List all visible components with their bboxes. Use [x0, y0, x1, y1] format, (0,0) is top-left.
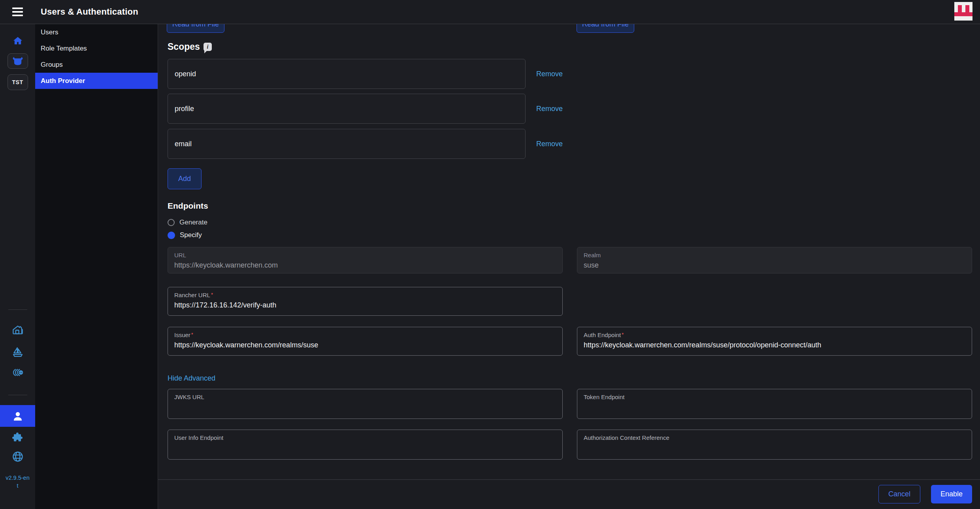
hide-advanced-link[interactable]: Hide Advanced [168, 374, 215, 383]
rancher-app: Users & Authentication TST [0, 0, 980, 509]
hamburger-menu-icon[interactable] [0, 8, 35, 16]
scope-input[interactable]: profile [168, 94, 526, 124]
tooltip-info-icon[interactable]: i [204, 43, 212, 51]
enable-button[interactable]: Enable [931, 485, 972, 503]
rail-divider [8, 395, 27, 395]
radio-icon[interactable] [168, 219, 175, 226]
read-from-file-button[interactable]: Read from File [167, 24, 224, 33]
globe-icon[interactable] [11, 451, 24, 463]
required-asterisk: * [211, 292, 213, 298]
user-info-endpoint-field[interactable]: User Info Endpoint [168, 430, 563, 460]
top-header: Users & Authentication [0, 0, 980, 24]
page-title: Users & Authentication [41, 7, 138, 17]
rancher-url-field[interactable]: Rancher URL* https://172.16.16.142/verif… [168, 287, 563, 316]
subnav-item-role-templates[interactable]: Role Templates [35, 40, 158, 57]
required-asterisk: * [622, 332, 624, 337]
sailboat-icon[interactable] [11, 346, 24, 358]
read-from-file-button[interactable]: Read from File [577, 24, 634, 33]
scopes-heading: Scopes i [168, 41, 212, 52]
bull-icon[interactable] [8, 53, 28, 69]
realm-field: Realm suse [577, 247, 972, 273]
cancel-button[interactable]: Cancel [878, 485, 920, 503]
scope-input[interactable]: email [168, 129, 526, 159]
issuer-field[interactable]: Issuer* https://keycloak.warnerchen.com/… [168, 327, 563, 356]
version-label[interactable]: v2.9.5-ent [0, 474, 35, 490]
logo-bar [958, 5, 962, 12]
token-endpoint-field[interactable]: Token Endpoint [577, 389, 972, 419]
subnav-panel: Users Role Templates Groups Auth Provide… [35, 24, 158, 509]
rail-divider [8, 309, 27, 310]
radio-option-generate[interactable]: Generate [168, 218, 207, 227]
barn-icon[interactable] [11, 324, 24, 336]
radio-selected-icon[interactable] [168, 232, 175, 239]
auth-context-reference-field[interactable]: Authorization Context Reference [577, 430, 972, 460]
subnav-item-auth-provider[interactable]: Auth Provider [35, 73, 158, 89]
home-icon[interactable] [12, 36, 23, 47]
main-content: Read from File Read from File Scopes i o… [158, 24, 980, 509]
left-icon-rail: TST v2.9.5-ent [0, 24, 35, 509]
hops-icon[interactable] [11, 366, 24, 379]
subnav-item-users[interactable]: Users [35, 24, 158, 40]
logo-bar [965, 5, 969, 12]
subnav-item-groups[interactable]: Groups [35, 57, 158, 73]
person-icon[interactable] [0, 405, 35, 427]
puzzle-icon[interactable] [12, 432, 24, 443]
auth-endpoint-field[interactable]: Auth Endpoint* https://keycloak.warnerch… [577, 327, 972, 356]
jwks-url-field[interactable]: JWKS URL [168, 389, 563, 419]
remove-scope-link[interactable]: Remove [536, 129, 584, 159]
required-asterisk: * [191, 332, 193, 337]
url-field: URL https://keycloak.warnerchen.com [168, 247, 563, 273]
footer-divider [158, 479, 980, 480]
logo-band [954, 12, 972, 16]
remove-scope-link[interactable]: Remove [536, 94, 584, 124]
rancher-suse-logo [954, 2, 972, 21]
cluster-badge[interactable]: TST [8, 74, 28, 90]
remove-scope-link[interactable]: Remove [536, 59, 584, 89]
endpoints-heading: Endpoints [168, 201, 208, 211]
scope-input[interactable]: openid [168, 59, 526, 89]
add-scope-button[interactable]: Add [168, 168, 202, 189]
radio-option-specify[interactable]: Specify [168, 230, 202, 240]
